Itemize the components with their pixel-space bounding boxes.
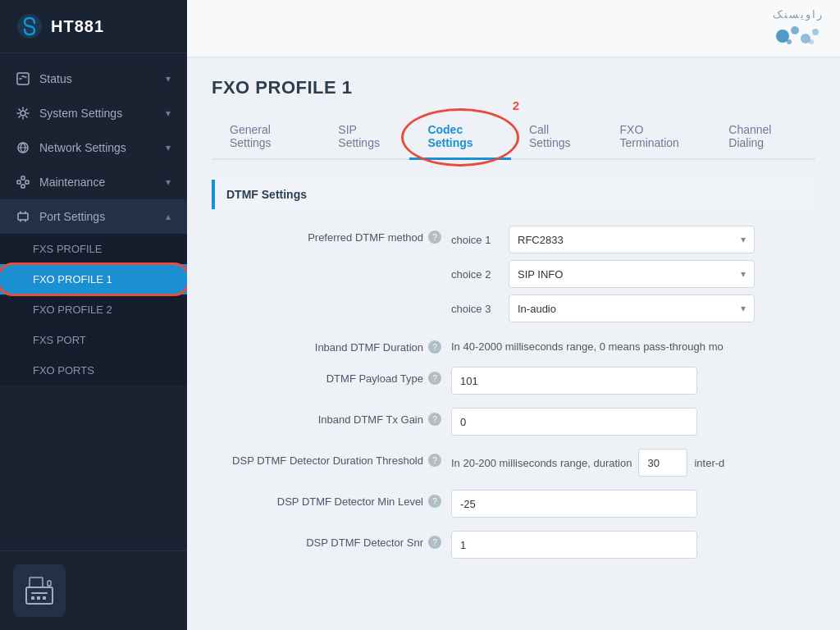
sidebar-item-network-settings[interactable]: Network Settings ▾: [0, 130, 187, 165]
port-settings-submenu: FXS PROFILE FXO PROFILE 1 1 FXO PROFILE …: [0, 234, 187, 386]
svg-rect-8: [18, 213, 28, 220]
inband-gain-info-icon[interactable]: ?: [428, 413, 441, 426]
svg-point-19: [812, 29, 819, 35]
brand-dots: [774, 24, 824, 48]
inband-duration-text: In 40-2000 milliseconds range, 0 means p…: [451, 336, 724, 353]
sidebar-item-fxs-port[interactable]: FXS PORT: [0, 325, 187, 355]
tab-channel-dialing[interactable]: Channel Dialing: [710, 115, 815, 160]
inband-gain-label: Inband DTMF Tx Gain ?: [212, 408, 441, 426]
dsp-min-level-input[interactable]: [451, 490, 697, 518]
choice1-select[interactable]: RFC2833 ▾: [509, 226, 755, 253]
annotation-2: 2: [513, 98, 519, 112]
choice2-select[interactable]: SIP INFO ▾: [509, 260, 755, 288]
dsp-snr-info-icon[interactable]: ?: [428, 536, 441, 549]
select-arrow-1: ▾: [741, 234, 746, 245]
dsp-min-level-label: DSP DTMF Detector Min Level ?: [212, 490, 441, 508]
tab-sip[interactable]: SIP Settings: [320, 115, 409, 160]
tab-general[interactable]: General Settings: [212, 115, 320, 160]
dsp-duration-prefix: In 20-200 milliseconds range, duration: [451, 457, 632, 469]
chevron-up-icon: ▴: [166, 211, 171, 222]
preferred-dtmf-info-icon[interactable]: ?: [428, 231, 441, 244]
sidebar-item-system-settings[interactable]: System Settings ▾: [0, 96, 187, 130]
dsp-snr-label: DSP DTMF Detector Snr ?: [212, 531, 441, 549]
choice2-row: choice 2 SIP INFO ▾: [451, 260, 815, 288]
svg-rect-1: [17, 73, 29, 84]
chevron-down-icon-2: ▾: [166, 107, 171, 119]
status-icon: [16, 72, 30, 85]
tab-codec[interactable]: Codec Settings: [409, 115, 511, 160]
tab-codec-wrapper: Codec Settings 2: [409, 115, 511, 158]
preferred-dtmf-controls: choice 1 RFC2833 ▾ choice 2 SIP INFO ▾ c…: [451, 226, 815, 322]
page-title: FXO PROFILE 1: [212, 77, 815, 98]
tab-fxo-termination[interactable]: FXO Termination: [602, 115, 711, 160]
sidebar-item-fxo-profile-1[interactable]: FXO PROFILE 1 1: [0, 264, 187, 294]
sidebar-item-system-label: System Settings: [39, 107, 156, 120]
svg-point-2: [21, 111, 25, 116]
svg-rect-14: [43, 596, 46, 600]
inband-gain-input[interactable]: [451, 408, 697, 436]
choice3-row: choice 3 In-audio ▾: [451, 294, 815, 322]
port-icon: [16, 210, 30, 223]
choice2-label: choice 2: [451, 268, 500, 281]
svg-rect-4: [21, 176, 25, 180]
dsp-duration-controls: In 20-200 milliseconds range, duration i…: [451, 449, 724, 477]
select-arrow-2: ▾: [741, 268, 746, 280]
dsp-duration-suffix: inter-d: [694, 457, 724, 469]
system-icon: [16, 107, 30, 120]
maintenance-icon: [16, 176, 30, 189]
sidebar-item-network-label: Network Settings: [39, 141, 156, 154]
sidebar-item-maintenance-label: Maintenance: [39, 176, 156, 189]
sidebar-item-fxo-ports[interactable]: FXO PORTS: [0, 355, 187, 386]
svg-rect-10: [30, 578, 43, 587]
svg-rect-12: [31, 596, 34, 600]
sidebar: HT881 Status ▾ System Settings ▾: [0, 0, 187, 630]
sidebar-item-port-settings[interactable]: Port Settings ▴: [0, 199, 187, 234]
choice1-row: choice 1 RFC2833 ▾: [451, 226, 815, 253]
tab-call[interactable]: Call Settings: [511, 115, 602, 160]
top-bar: راویسنک: [187, 0, 840, 57]
sidebar-nav: Status ▾ System Settings ▾ Network Setti…: [0, 53, 187, 550]
dsp-snr-input[interactable]: [451, 531, 697, 559]
sidebar-item-maintenance[interactable]: Maintenance ▾: [0, 165, 187, 199]
sidebar-bottom: [0, 550, 187, 630]
chevron-down-icon-3: ▾: [166, 142, 171, 153]
inband-duration-info-icon[interactable]: ?: [428, 340, 441, 354]
svg-point-21: [809, 39, 814, 44]
app-logo-icon: [16, 13, 43, 39]
dsp-duration-input[interactable]: [638, 449, 687, 477]
dsp-min-level-info-icon[interactable]: ?: [428, 495, 441, 508]
section-title: DTMF Settings: [212, 180, 815, 209]
svg-rect-5: [21, 185, 25, 188]
sidebar-item-port-label: Port Settings: [39, 210, 156, 223]
sidebar-item-fxo-profile-2[interactable]: FXO PROFILE 2: [0, 294, 187, 325]
device-icon-box: [13, 564, 66, 617]
svg-rect-11: [31, 592, 48, 594]
logo-area: HT881: [0, 0, 187, 53]
chevron-down-icon: ▾: [166, 73, 171, 84]
dsp-snr-row: DSP DTMF Detector Snr ?: [212, 531, 815, 559]
svg-rect-7: [25, 180, 29, 184]
content-area: FXO PROFILE 1 General Settings SIP Setti…: [187, 57, 840, 630]
sidebar-item-status[interactable]: Status ▾: [0, 62, 187, 96]
choice1-label: choice 1: [451, 234, 500, 246]
svg-point-20: [787, 39, 792, 44]
payload-type-label: DTMF Payload Type ?: [212, 367, 441, 385]
sidebar-item-fxs-profile[interactable]: FXS PROFILE: [0, 234, 187, 264]
svg-rect-15: [48, 581, 51, 586]
network-icon: [16, 141, 30, 154]
dsp-duration-row: DSP DTMF Detector Duration Threshold ? I…: [212, 449, 815, 477]
choice3-select[interactable]: In-audio ▾: [509, 294, 755, 322]
preferred-dtmf-row: Preferred DTMF method ? choice 1 RFC2833…: [212, 226, 815, 322]
payload-type-info-icon[interactable]: ?: [428, 372, 441, 385]
inband-duration-label: Inband DTMF Duration ?: [212, 336, 441, 354]
inband-duration-row: Inband DTMF Duration ? In 40-2000 millis…: [212, 336, 815, 354]
dsp-duration-info-icon[interactable]: ?: [428, 454, 441, 467]
sidebar-item-status-label: Status: [39, 72, 156, 85]
brand-logo: راویسنک: [773, 8, 824, 48]
dsp-duration-label: DSP DTMF Detector Duration Threshold ?: [212, 449, 441, 467]
app-name: HT881: [51, 17, 104, 36]
brand-name: راویسنک: [773, 8, 824, 21]
fax-icon: [23, 574, 56, 607]
payload-type-input[interactable]: [451, 367, 697, 395]
payload-type-row: DTMF Payload Type ?: [212, 367, 815, 395]
